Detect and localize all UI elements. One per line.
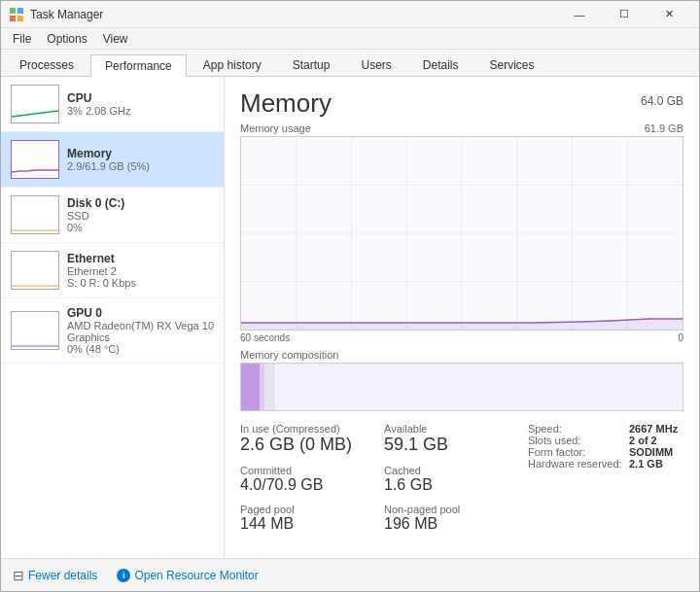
menu-options[interactable]: Options — [39, 30, 94, 48]
title-bar: Task Manager — ☐ ✕ — [1, 1, 699, 28]
tabs-bar: Processes Performance App history Startu… — [1, 50, 699, 77]
tab-processes[interactable]: Processes — [5, 53, 88, 76]
menu-file[interactable]: File — [5, 30, 39, 48]
non-paged-pool-stat-value: 196 MB — [384, 515, 508, 533]
sidebar-item-cpu[interactable]: CPU 3% 2.08 GHz — [1, 77, 224, 132]
close-button[interactable]: ✕ — [647, 1, 691, 28]
main-content: CPU 3% 2.08 GHz Memory 2.9/61.9 GB (5%) — [1, 77, 699, 558]
detail-title: Memory — [240, 88, 332, 119]
mem-standby-bar — [264, 364, 275, 410]
speed-label: Speed: — [528, 423, 625, 435]
ethernet-usage: S: 0 R: 0 Kbps — [67, 277, 214, 289]
maximize-button[interactable]: ☐ — [602, 1, 647, 28]
stat-cached: Cached 1.6 GB — [384, 465, 508, 494]
stat-available: Available 59.1 GB — [384, 423, 508, 455]
chart-axis: 60 seconds 0 — [240, 332, 683, 343]
ethernet-adapter: Ethernet 2 — [67, 265, 214, 277]
tab-services[interactable]: Services — [475, 53, 549, 76]
non-paged-pool-stat-label: Non-paged pool — [384, 504, 508, 515]
committed-stat-label: Committed — [240, 465, 365, 476]
stats-container: In use (Compressed) 2.6 GB (0 MB) Availa… — [240, 423, 683, 533]
sidebar-item-gpu[interactable]: GPU 0 AMD Radeon(TM) RX Vega 10 Graphics… — [1, 298, 224, 364]
fewer-details-label: Fewer details — [28, 569, 97, 582]
cached-stat-label: Cached — [384, 465, 508, 476]
in-use-label: 61.9 GB — [645, 122, 683, 134]
detail-header: Memory 64.0 GB — [240, 88, 683, 119]
paged-pool-stat-value: 144 MB — [240, 515, 365, 533]
stat-in-use: In use (Compressed) 2.6 GB (0 MB) — [240, 423, 365, 455]
form-value: SODIMM — [629, 446, 673, 458]
task-manager-window: Task Manager — ☐ ✕ File Options View Pro… — [0, 0, 700, 592]
cached-stat-value: 1.6 GB — [384, 476, 508, 494]
form-row: Form factor: SODIMM — [528, 446, 683, 458]
tab-performance[interactable]: Performance — [90, 54, 187, 77]
cpu-info: CPU 3% 2.08 GHz — [67, 91, 214, 117]
svg-rect-3 — [18, 16, 23, 21]
detail-total: 64.0 GB — [641, 94, 683, 108]
slots-label: Slots used: — [528, 435, 625, 446]
detail-pane: Memory 64.0 GB Memory usage 61.9 GB — [225, 77, 699, 558]
memory-info: Memory 2.9/61.9 GB (5%) — [67, 147, 214, 172]
reserved-value: 2.1 GB — [629, 458, 663, 470]
gpu-info: GPU 0 AMD Radeon(TM) RX Vega 10 Graphics… — [67, 306, 214, 355]
cpu-thumbnail — [11, 85, 59, 123]
speed-row: Speed: 2667 MHz — [528, 423, 683, 435]
in-use-stat-label: In use (Compressed) — [240, 423, 365, 435]
cpu-usage: 3% 2.08 GHz — [67, 105, 214, 117]
svg-rect-0 — [10, 8, 16, 14]
footer: ⊟ Fewer details i Open Resource Monitor — [1, 558, 699, 591]
gpu-usage: 0% (48 °C) — [67, 343, 214, 355]
stat-paged-pool: Paged pool 144 MB — [240, 504, 365, 533]
sidebar: CPU 3% 2.08 GHz Memory 2.9/61.9 GB (5%) — [1, 77, 225, 558]
gpu-thumbnail — [11, 311, 59, 350]
disk-name: Disk 0 (C:) — [67, 196, 214, 210]
tab-startup[interactable]: Startup — [278, 53, 345, 76]
resource-monitor-icon: i — [117, 569, 130, 582]
window-title: Task Manager — [30, 8, 103, 21]
fewer-details-link[interactable]: ⊟ Fewer details — [13, 568, 97, 583]
tab-details[interactable]: Details — [408, 53, 473, 76]
memory-thumbnail — [11, 140, 59, 179]
stats-grid: In use (Compressed) 2.6 GB (0 MB) Availa… — [240, 423, 508, 533]
chart-time-right: 0 — [678, 332, 683, 343]
memory-usage: 2.9/61.9 GB (5%) — [67, 160, 214, 172]
tab-users[interactable]: Users — [346, 53, 405, 76]
reserved-row: Hardware reserved: 2.1 GB — [528, 458, 683, 470]
stat-non-paged-pool: Non-paged pool 196 MB — [384, 504, 508, 533]
window-controls: — ☐ ✕ — [557, 1, 691, 28]
tab-app-history[interactable]: App history — [189, 53, 276, 76]
sidebar-item-disk[interactable]: Disk 0 (C:) SSD 0% — [1, 188, 224, 243]
menu-view[interactable]: View — [95, 30, 136, 48]
chart-time-left: 60 seconds — [240, 332, 290, 343]
svg-rect-2 — [10, 16, 16, 21]
slots-row: Slots used: 2 of 2 — [528, 435, 683, 446]
stats-left: In use (Compressed) 2.6 GB (0 MB) Availa… — [240, 423, 508, 533]
memory-composition-chart — [240, 363, 683, 411]
speed-value: 2667 MHz — [629, 423, 678, 435]
svg-rect-1 — [18, 8, 23, 14]
ethernet-thumbnail — [11, 251, 59, 290]
cpu-name: CPU — [67, 91, 214, 105]
title-bar-left: Task Manager — [9, 7, 103, 22]
disk-info: Disk 0 (C:) SSD 0% — [67, 196, 214, 233]
gpu-model: AMD Radeon(TM) RX Vega 10 Graphics — [67, 320, 214, 343]
committed-stat-value: 4.0/70.9 GB — [240, 476, 365, 494]
menu-bar: File Options View — [1, 28, 699, 50]
form-label: Form factor: — [528, 446, 625, 458]
reserved-label: Hardware reserved: — [528, 458, 625, 470]
sidebar-item-memory[interactable]: Memory 2.9/61.9 GB (5%) — [1, 132, 224, 188]
main-chart-label: Memory usage 61.9 GB — [240, 122, 683, 134]
open-resource-monitor-link[interactable]: i Open Resource Monitor — [117, 569, 258, 582]
memory-usage-chart — [240, 136, 683, 331]
memory-name: Memory — [67, 147, 214, 160]
minimize-button[interactable]: — — [557, 1, 602, 28]
sidebar-item-ethernet[interactable]: Ethernet Ethernet 2 S: 0 R: 0 Kbps — [1, 243, 224, 298]
slots-value: 2 of 2 — [629, 435, 657, 446]
paged-pool-stat-label: Paged pool — [240, 504, 365, 515]
open-resource-monitor-label: Open Resource Monitor — [134, 569, 258, 582]
app-icon — [9, 7, 24, 22]
mini-chart-label: Memory composition — [240, 349, 683, 361]
in-use-stat-value: 2.6 GB (0 MB) — [240, 435, 365, 455]
stat-committed: Committed 4.0/70.9 GB — [240, 465, 365, 494]
ethernet-info: Ethernet Ethernet 2 S: 0 R: 0 Kbps — [67, 252, 214, 289]
